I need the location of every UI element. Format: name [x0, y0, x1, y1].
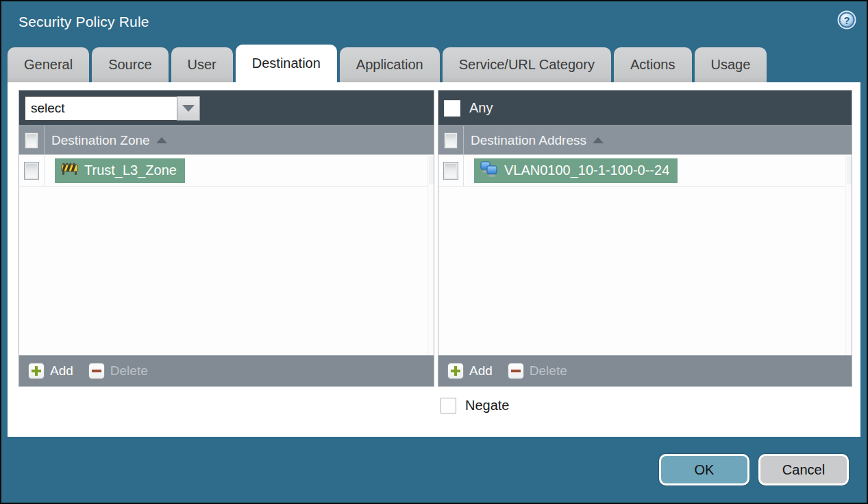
add-icon: [28, 363, 45, 379]
negate-checkbox[interactable]: [441, 398, 456, 413]
title-bar: Security Policy Rule ?: [1, 1, 867, 43]
table-row: VLAN0100_10-1-100-0--24: [438, 155, 852, 187]
zone-table-body: Trust_L3_Zone: [19, 155, 434, 355]
any-checkbox[interactable]: [444, 100, 460, 117]
zone-delete-label: Delete: [110, 363, 148, 379]
zone-select-combo: select: [25, 96, 200, 121]
tab-general[interactable]: General: [8, 47, 89, 82]
zone-chip-label: Trust_L3_Zone: [84, 163, 177, 178]
zone-row-checkbox[interactable]: [24, 162, 39, 180]
dialog-title: Security Policy Rule: [18, 14, 149, 30]
address-add-button[interactable]: Add: [447, 363, 493, 379]
zone-icon: [61, 162, 78, 179]
zone-table-header: Destination Zone: [19, 126, 434, 155]
help-icon[interactable]: ?: [837, 10, 856, 29]
address-add-label: Add: [469, 363, 493, 379]
cancel-button[interactable]: Cancel: [758, 454, 849, 485]
chevron-down-icon: [182, 105, 195, 112]
address-column-header[interactable]: Destination Address: [471, 133, 586, 148]
address-icon: [480, 160, 498, 180]
address-chip-vlan0100[interactable]: VLAN0100_10-1-100-0--24: [474, 158, 678, 183]
delete-icon: [508, 363, 524, 379]
svg-text:?: ?: [843, 14, 850, 26]
address-panel-toolbar: Any: [438, 91, 852, 126]
table-row: Trust_L3_Zone: [19, 155, 434, 187]
zone-header-checkbox-cell: [19, 126, 45, 154]
security-policy-rule-dialog: Security Policy Rule ? General Source Us…: [0, 0, 868, 504]
tab-application[interactable]: Application: [340, 47, 440, 82]
address-delete-label: Delete: [530, 363, 567, 379]
negate-label: Negate: [465, 398, 510, 413]
destination-zone-panel: select Destination Zone: [18, 90, 434, 387]
address-panel-footer: Add Delete: [438, 355, 852, 386]
tab-destination[interactable]: Destination: [236, 45, 337, 82]
zone-select-input[interactable]: select: [25, 96, 177, 121]
zone-panel-footer: Add Delete: [19, 355, 434, 386]
add-icon: [447, 363, 464, 379]
delete-icon: [88, 363, 105, 379]
address-delete-button[interactable]: Delete: [508, 363, 567, 379]
zone-add-button[interactable]: Add: [28, 363, 73, 379]
zone-chip-trust-l3-zone[interactable]: Trust_L3_Zone: [55, 158, 185, 183]
address-scrollbar[interactable]: [845, 155, 852, 355]
address-select-all-checkbox[interactable]: [444, 132, 458, 149]
address-row-checkbox[interactable]: [443, 162, 458, 180]
address-row-checkbox-cell: [438, 155, 464, 186]
sort-ascending-icon[interactable]: [593, 137, 604, 143]
zone-delete-button[interactable]: Delete: [88, 363, 148, 379]
tab-content-destination: select Destination Zone: [8, 82, 860, 437]
dialog-footer: OK Cancel: [1, 437, 867, 503]
address-table-body: VLAN0100_10-1-100-0--24: [438, 155, 852, 355]
address-header-checkbox-cell: [438, 126, 464, 154]
zone-scrollbar-thumb[interactable]: [429, 156, 434, 184]
tab-actions[interactable]: Actions: [614, 47, 692, 82]
address-scrollbar-thumb[interactable]: [847, 156, 852, 184]
zone-select-all-checkbox[interactable]: [25, 132, 38, 149]
zone-row-checkbox-cell: [19, 155, 45, 186]
any-label: Any: [469, 100, 493, 116]
address-table-header: Destination Address: [438, 126, 852, 155]
negate-row: Negate: [441, 398, 860, 413]
zone-add-label: Add: [50, 363, 73, 379]
zone-panel-toolbar: select: [19, 91, 434, 126]
zone-column-header[interactable]: Destination Zone: [51, 133, 150, 148]
destination-address-panel: Any Destination Address: [438, 90, 852, 387]
tab-service-url-category[interactable]: Service/URL Category: [443, 47, 611, 82]
sort-ascending-icon[interactable]: [156, 137, 167, 143]
tab-usage[interactable]: Usage: [695, 47, 767, 82]
panels-row: select Destination Zone: [18, 90, 860, 387]
tab-user[interactable]: User: [171, 47, 233, 82]
tab-strip: General Source User Destination Applicat…: [1, 43, 867, 82]
zone-select-dropdown-button[interactable]: [177, 96, 200, 121]
tab-source[interactable]: Source: [92, 47, 168, 82]
zone-scrollbar[interactable]: [427, 155, 434, 355]
ok-button[interactable]: OK: [659, 454, 749, 485]
address-chip-label: VLAN0100_10-1-100-0--24: [504, 163, 669, 178]
